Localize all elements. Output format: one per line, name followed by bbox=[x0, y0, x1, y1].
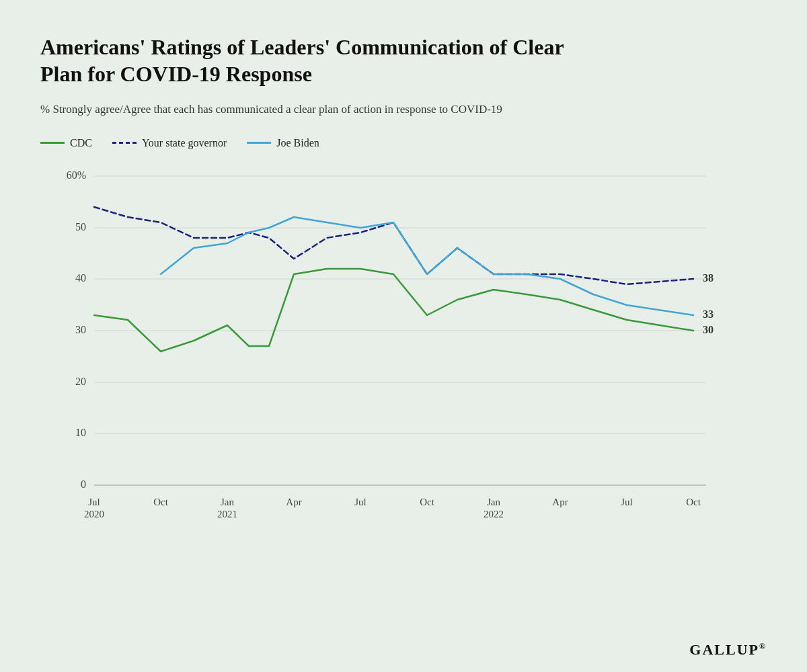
chart-title: Americans' Ratings of Leaders' Communica… bbox=[40, 34, 578, 87]
chart-legend: CDC Your state governor Joe Biden bbox=[40, 137, 767, 149]
y-label-50: 50 bbox=[75, 221, 86, 233]
biden-line bbox=[161, 217, 693, 315]
x-label-jan2021: Jan bbox=[221, 497, 234, 507]
gallup-trademark: ® bbox=[759, 642, 767, 651]
governor-line bbox=[94, 207, 693, 284]
x-label-oct2020: Oct bbox=[153, 497, 168, 507]
x-label-2022: 2022 bbox=[484, 509, 504, 519]
x-label-2021: 2021 bbox=[217, 509, 237, 519]
page-container: Americans' Ratings of Leaders' Communica… bbox=[0, 0, 807, 672]
y-label-10: 10 bbox=[75, 427, 86, 438]
x-label-oct2022: Oct bbox=[686, 497, 701, 507]
x-label-jul2020: Jul bbox=[88, 497, 100, 507]
legend-biden: Joe Biden bbox=[247, 137, 319, 149]
x-label-jan2022: Jan bbox=[487, 497, 500, 507]
chart-svg: 0 10 20 30 40 50 60% Jul 2020 Oct Jan 20… bbox=[40, 163, 767, 526]
y-label-30: 30 bbox=[75, 324, 86, 335]
end-label-cdc: 30 bbox=[703, 324, 714, 335]
y-label-20: 20 bbox=[75, 376, 86, 387]
end-label-biden: 33 bbox=[703, 308, 714, 320]
gallup-logo: GALLUP® bbox=[689, 641, 767, 659]
chart-area: 0 10 20 30 40 50 60% Jul 2020 Oct Jan 20… bbox=[40, 163, 767, 526]
legend-governor: Your state governor bbox=[112, 137, 227, 149]
legend-cdc: CDC bbox=[40, 137, 92, 149]
end-label-governor: 38 bbox=[703, 272, 714, 284]
x-label-oct2021: Oct bbox=[420, 497, 434, 507]
legend-cdc-label: CDC bbox=[70, 137, 92, 149]
chart-subtitle: % Strongly agree/Agree that each has com… bbox=[40, 101, 592, 118]
x-label-2020: 2020 bbox=[84, 509, 104, 519]
legend-cdc-line bbox=[40, 142, 65, 144]
x-label-jul2022: Jul bbox=[621, 497, 633, 507]
x-label-apr2021: Apr bbox=[286, 497, 301, 507]
gallup-text: GALLUP bbox=[689, 641, 759, 658]
y-label-0: 0 bbox=[81, 478, 86, 490]
legend-biden-line bbox=[247, 142, 271, 144]
x-label-apr2022: Apr bbox=[552, 497, 568, 507]
x-label-jul2021: Jul bbox=[354, 497, 367, 507]
legend-governor-label: Your state governor bbox=[142, 137, 227, 149]
legend-biden-label: Joe Biden bbox=[276, 137, 319, 149]
y-label-60: 60% bbox=[67, 169, 86, 181]
legend-governor-line bbox=[112, 142, 137, 144]
y-label-40: 40 bbox=[75, 272, 86, 284]
